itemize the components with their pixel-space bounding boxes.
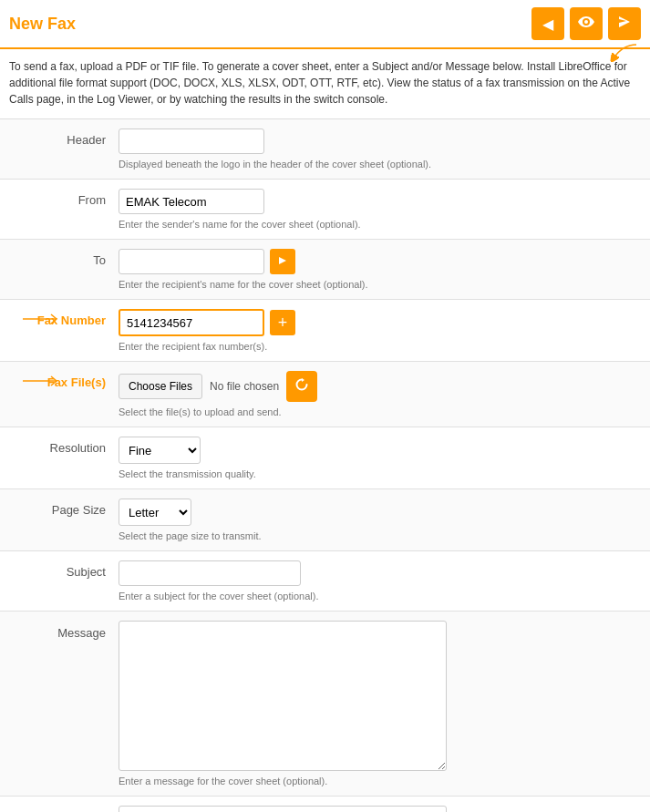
refresh-icon xyxy=(294,377,309,396)
header-input[interactable] xyxy=(119,128,264,154)
resolution-hint: Select the transmission quality. xyxy=(119,468,641,479)
refresh-button[interactable] xyxy=(286,371,317,402)
subject-hint: Enter a subject for the cover sheet (opt… xyxy=(119,591,641,601)
fax-files-content: Choose Files No file chosen Select the f… xyxy=(119,371,641,417)
preview-button[interactable] xyxy=(570,7,603,40)
fax-number-hint: Enter the recipient fax number(s). xyxy=(119,341,641,352)
back-icon: ◀ xyxy=(542,15,553,33)
fax-add-button[interactable]: + xyxy=(270,310,295,335)
fax-number-input[interactable] xyxy=(119,309,264,336)
send-arrow-annotation xyxy=(604,40,641,69)
resolution-row: Resolution Fine Normal Select the transm… xyxy=(0,427,650,489)
choose-files-button[interactable]: Choose Files xyxy=(119,374,202,399)
to-hint: Enter the recipient's name for the cover… xyxy=(119,279,641,290)
to-content: Enter the recipient's name for the cover… xyxy=(119,249,641,290)
footer-content xyxy=(119,806,641,812)
resolution-select[interactable]: Fine Normal xyxy=(119,437,201,464)
send-icon xyxy=(617,15,632,33)
plus-icon: + xyxy=(278,314,288,331)
message-hint: Enter a message for the cover sheet (opt… xyxy=(119,776,641,786)
page-size-row: Page Size Letter A4 Legal Select the pag… xyxy=(0,489,650,551)
page-size-label: Page Size xyxy=(9,499,119,517)
footer-label: Footer xyxy=(9,806,119,812)
fax-files-hint: Select the file(s) to upload and send. xyxy=(119,406,641,417)
message-textarea[interactable] xyxy=(119,621,447,771)
page-size-hint: Select the page size to transmit. xyxy=(119,530,641,541)
from-row: From Enter the sender's name for the cov… xyxy=(0,180,650,240)
subject-row: Subject Enter a subject for the cover sh… xyxy=(0,551,650,612)
send-button[interactable] xyxy=(608,7,641,40)
fax-number-arrow xyxy=(18,311,64,330)
eye-icon xyxy=(578,15,594,32)
from-hint: Enter the sender's name for the cover sh… xyxy=(119,219,641,230)
subject-label: Subject xyxy=(9,560,119,579)
fax-files-row: Fax File(s) Choose Files No file chosen … xyxy=(0,362,650,427)
resolution-label: Resolution xyxy=(9,437,119,455)
back-button[interactable]: ◀ xyxy=(531,7,564,40)
from-label: From xyxy=(9,189,119,207)
page-size-content: Letter A4 Legal Select the page size to … xyxy=(119,499,641,541)
fax-number-inner: + xyxy=(119,309,641,336)
no-file-text: No file chosen xyxy=(210,380,279,393)
to-row-inner xyxy=(119,249,641,274)
message-content: Enter a message for the cover sheet (opt… xyxy=(119,621,641,786)
header-content: Displayed beneath the logo in the header… xyxy=(119,128,641,170)
fax-files-arrow xyxy=(18,373,64,392)
footer-textarea[interactable] xyxy=(119,806,447,812)
from-input[interactable] xyxy=(119,189,264,214)
page-header: New Fax ◀ xyxy=(0,0,650,49)
from-content: Enter the sender's name for the cover sh… xyxy=(119,189,641,230)
header-row: Header Displayed beneath the logo in the… xyxy=(0,119,650,180)
fax-number-row: Fax Number + Enter the recipient fax num… xyxy=(0,300,650,362)
header-hint: Displayed beneath the logo in the header… xyxy=(119,159,641,170)
message-label: Message xyxy=(9,621,119,640)
header-label: Header xyxy=(9,128,119,147)
file-row-inner: Choose Files No file chosen xyxy=(119,371,641,402)
to-label: To xyxy=(9,249,119,267)
resolution-content: Fine Normal Select the transmission qual… xyxy=(119,437,641,479)
message-row: Message Enter a message for the cover sh… xyxy=(0,612,650,797)
form-section: Header Displayed beneath the logo in the… xyxy=(0,119,650,812)
to-row: To Enter the recipient's name for the co… xyxy=(0,240,650,300)
header-buttons: ◀ xyxy=(531,7,641,40)
to-arrow-button[interactable] xyxy=(270,249,295,274)
subject-content: Enter a subject for the cover sheet (opt… xyxy=(119,560,641,601)
intro-text: To send a fax, upload a PDF or TIF file.… xyxy=(0,49,650,119)
page-size-select[interactable]: Letter A4 Legal xyxy=(119,499,191,526)
to-arrow-icon xyxy=(277,254,288,269)
to-input[interactable] xyxy=(119,249,264,274)
page-title: New Fax xyxy=(9,15,76,34)
footer-row: Footer xyxy=(0,797,650,812)
fax-number-content: + Enter the recipient fax number(s). xyxy=(119,309,641,352)
subject-input[interactable] xyxy=(119,560,301,586)
